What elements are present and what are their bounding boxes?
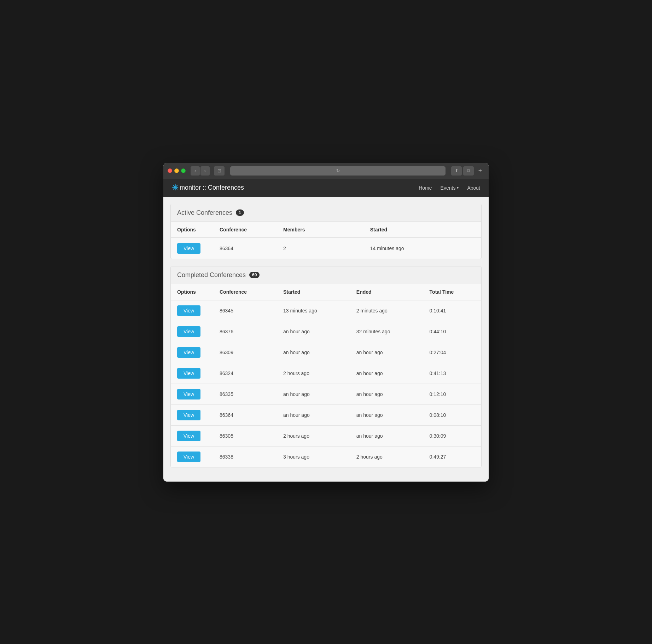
active-conferences-table: Options Conference Members Started View … xyxy=(171,222,481,259)
active-conferences-panel: Active Conferences 1 Options Conference … xyxy=(170,204,482,259)
completed-conferences-header-row: Options Conference Started Ended Total T… xyxy=(171,284,481,300)
completed-conferences-title: Completed Conferences xyxy=(177,271,246,279)
members-cell: 2 xyxy=(277,238,364,259)
ended-cell: an hour ago xyxy=(350,425,423,446)
conference-cell: 86309 xyxy=(213,342,277,363)
total-time-cell: 0:30:09 xyxy=(423,425,481,446)
options-cell: View xyxy=(171,384,213,404)
refresh-icon: ↻ xyxy=(336,168,340,173)
started-cell: an hour ago xyxy=(277,384,350,404)
forward-button[interactable]: › xyxy=(200,166,210,176)
view-button[interactable]: View xyxy=(177,305,200,316)
completed-conferences-body: Options Conference Started Ended Total T… xyxy=(171,284,481,467)
col-conference-header-c: Conference xyxy=(213,284,277,300)
options-cell: View xyxy=(171,363,213,384)
started-cell: an hour ago xyxy=(277,404,350,425)
total-time-cell: 0:27:04 xyxy=(423,342,481,363)
options-cell: View xyxy=(171,342,213,363)
view-button[interactable]: View xyxy=(177,410,200,420)
options-cell: View xyxy=(171,321,213,342)
col-options-header: Options xyxy=(171,222,213,238)
minimize-button[interactable] xyxy=(174,168,179,173)
view-button[interactable]: View xyxy=(177,389,200,399)
active-conferences-title: Active Conferences xyxy=(177,209,232,217)
completed-conferences-header: Completed Conferences 69 xyxy=(171,266,481,284)
ended-cell: an hour ago xyxy=(350,342,423,363)
view-button[interactable]: View xyxy=(177,326,200,337)
brand-text: monitor :: Conferences xyxy=(180,184,244,191)
options-cell: View xyxy=(171,300,213,321)
active-conferences-header-row: Options Conference Members Started xyxy=(171,222,481,238)
options-cell: View xyxy=(171,238,213,259)
options-cell: View xyxy=(171,425,213,446)
nav-buttons: ‹ › xyxy=(191,166,210,176)
nav-about-link[interactable]: About xyxy=(467,184,480,192)
view-button[interactable]: View xyxy=(177,452,200,462)
table-row: View 86305 2 hours ago an hour ago 0:30:… xyxy=(171,425,481,446)
app-brand: ✳ monitor :: Conferences xyxy=(172,183,419,192)
col-conference-header: Conference xyxy=(213,222,277,238)
table-row: View 86345 13 minutes ago 2 minutes ago … xyxy=(171,300,481,321)
col-ended-header-c: Ended xyxy=(350,284,423,300)
nav-events-dropdown[interactable]: Events ▾ xyxy=(441,185,459,191)
page-content: Active Conferences 1 Options Conference … xyxy=(163,197,489,482)
table-row: View 86364 2 14 minutes ago xyxy=(171,238,481,259)
completed-conferences-table: Options Conference Started Ended Total T… xyxy=(171,284,481,467)
ended-cell: an hour ago xyxy=(350,404,423,425)
view-button[interactable]: View xyxy=(177,431,200,441)
conference-cell: 86305 xyxy=(213,425,277,446)
app-navbar: ✳ monitor :: Conferences Home Events ▾ A… xyxy=(163,179,489,197)
total-time-cell: 0:12:10 xyxy=(423,384,481,404)
conference-cell: 86376 xyxy=(213,321,277,342)
col-started-header-c: Started xyxy=(277,284,350,300)
ended-cell: 2 hours ago xyxy=(350,446,423,467)
col-options-header-c: Options xyxy=(171,284,213,300)
table-row: View 86335 an hour ago an hour ago 0:12:… xyxy=(171,384,481,404)
share-button[interactable]: ⬆ xyxy=(451,166,462,176)
conference-cell: 86335 xyxy=(213,384,277,404)
active-conferences-body: Options Conference Members Started View … xyxy=(171,222,481,259)
nav-events-label: Events xyxy=(441,185,456,191)
total-time-cell: 0:49:27 xyxy=(423,446,481,467)
window-button[interactable]: ⧉ xyxy=(463,166,474,176)
browser-window: ‹ › ⊡ ↻ ⬆ ⧉ + ✳ monitor :: Conferences H… xyxy=(163,163,489,482)
table-row: View 86324 2 hours ago an hour ago 0:41:… xyxy=(171,363,481,384)
completed-conferences-panel: Completed Conferences 69 Options Confere… xyxy=(170,266,482,467)
options-cell: View xyxy=(171,404,213,425)
new-tab-button[interactable]: + xyxy=(476,167,484,175)
conference-cell: 86364 xyxy=(213,238,277,259)
started-cell: 14 minutes ago xyxy=(364,238,481,259)
total-time-cell: 0:08:10 xyxy=(423,404,481,425)
total-time-cell: 0:44:10 xyxy=(423,321,481,342)
back-button[interactable]: ‹ xyxy=(191,166,200,176)
chevron-down-icon: ▾ xyxy=(457,186,459,190)
options-cell: View xyxy=(171,446,213,467)
total-time-cell: 0:10:41 xyxy=(423,300,481,321)
view-button[interactable]: View xyxy=(177,347,200,358)
address-bar[interactable]: ↻ xyxy=(230,166,446,176)
ended-cell: 2 minutes ago xyxy=(350,300,423,321)
completed-conferences-badge: 69 xyxy=(249,272,260,278)
started-cell: 2 hours ago xyxy=(277,363,350,384)
started-cell: an hour ago xyxy=(277,342,350,363)
close-button[interactable] xyxy=(168,168,172,173)
table-row: View 86364 an hour ago an hour ago 0:08:… xyxy=(171,404,481,425)
total-time-cell: 0:41:13 xyxy=(423,363,481,384)
brand-icon: ✳ xyxy=(172,183,178,192)
started-cell: 2 hours ago xyxy=(277,425,350,446)
conference-cell: 86364 xyxy=(213,404,277,425)
view-button[interactable]: View xyxy=(177,243,200,254)
col-total-time-header-c: Total Time xyxy=(423,284,481,300)
active-conferences-badge: 1 xyxy=(236,209,244,216)
tab-icon-button[interactable]: ⊡ xyxy=(214,166,225,176)
started-cell: 13 minutes ago xyxy=(277,300,350,321)
fullscreen-button[interactable] xyxy=(181,168,186,173)
view-button[interactable]: View xyxy=(177,368,200,379)
ended-cell: an hour ago xyxy=(350,363,423,384)
started-cell: an hour ago xyxy=(277,321,350,342)
conference-cell: 86338 xyxy=(213,446,277,467)
nav-home-link[interactable]: Home xyxy=(419,184,432,192)
app-nav-links: Home Events ▾ About xyxy=(419,184,480,192)
conference-cell: 86345 xyxy=(213,300,277,321)
traffic-lights xyxy=(168,168,186,173)
